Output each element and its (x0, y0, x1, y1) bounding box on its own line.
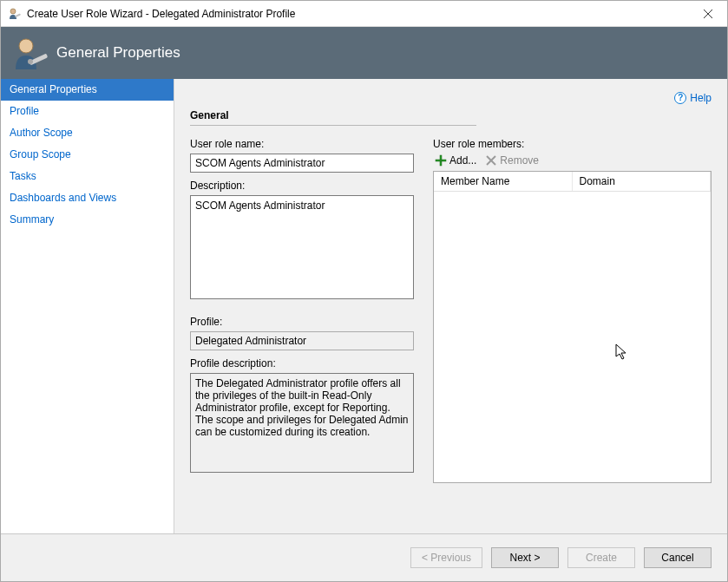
column-member-name[interactable]: Member Name (434, 172, 573, 191)
sidebar-item-summary[interactable]: Summary (1, 209, 174, 231)
sidebar-item-dashboards-views[interactable]: Dashboards and Views (1, 187, 174, 209)
svg-point-4 (19, 39, 33, 53)
section-divider (190, 125, 476, 126)
banner-user-icon (11, 35, 48, 71)
next-button[interactable]: Next > (491, 547, 559, 568)
profile-desc-readonly: The Delegated Administrator profile offe… (190, 373, 414, 473)
plus-icon (435, 154, 447, 167)
main-panel: ? Help General User role name: Descripti… (174, 79, 727, 533)
window-title: Create User Role Wizard - Delegated Admi… (27, 8, 688, 20)
svg-rect-1 (15, 13, 21, 17)
add-label: Add... (449, 154, 476, 167)
wizard-steps-sidebar: General Properties Profile Author Scope … (1, 79, 174, 533)
role-name-input[interactable] (190, 154, 414, 173)
svg-point-6 (28, 59, 33, 64)
remove-member-button: Remove (483, 154, 541, 167)
sidebar-item-tasks[interactable]: Tasks (1, 166, 174, 187)
profile-desc-label: Profile description: (190, 357, 414, 369)
window-close-button[interactable] (688, 1, 727, 26)
help-icon: ? (674, 92, 686, 104)
description-textarea[interactable]: SCOM Agents Administrator (190, 195, 414, 299)
remove-x-icon (485, 154, 497, 167)
svg-point-0 (10, 9, 16, 14)
wizard-footer: < Previous Next > Create Cancel (1, 533, 727, 581)
members-label: User role members: (433, 138, 712, 150)
description-label: Description: (190, 180, 414, 192)
create-button: Create (567, 547, 635, 568)
profile-label: Profile: (190, 316, 414, 328)
banner-title: General Properties (56, 44, 180, 62)
sidebar-item-group-scope[interactable]: Group Scope (1, 144, 174, 166)
wizard-banner: General Properties (1, 27, 727, 79)
sidebar-item-general-properties[interactable]: General Properties (1, 79, 174, 101)
column-domain[interactable]: Domain (573, 172, 712, 191)
cancel-button[interactable]: Cancel (644, 547, 712, 568)
title-bar: Create User Role Wizard - Delegated Admi… (1, 1, 727, 27)
add-member-button[interactable]: Add... (433, 154, 478, 167)
remove-label: Remove (500, 154, 539, 167)
sidebar-item-profile[interactable]: Profile (1, 101, 174, 122)
role-name-label: User role name: (190, 138, 414, 150)
help-label: Help (690, 92, 712, 104)
members-grid[interactable]: Member Name Domain (433, 171, 712, 483)
app-icon (8, 7, 22, 21)
svg-rect-8 (436, 160, 446, 161)
help-link[interactable]: ? Help (674, 92, 712, 104)
sidebar-item-author-scope[interactable]: Author Scope (1, 122, 174, 144)
grid-header: Member Name Domain (434, 172, 711, 192)
section-heading-general: General (190, 109, 712, 121)
previous-button: < Previous (410, 547, 482, 568)
profile-readonly: Delegated Administrator (190, 331, 414, 350)
